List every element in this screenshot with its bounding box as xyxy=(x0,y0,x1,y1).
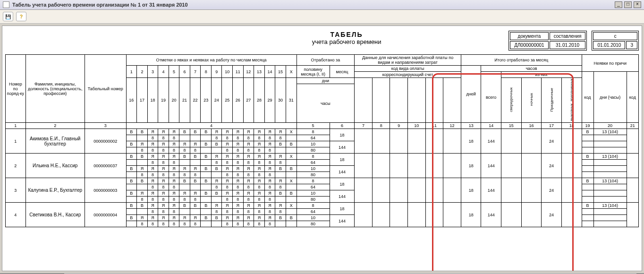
timesheet-table: Номер по поряд-куФамилия, инициалы, долж… xyxy=(5,54,639,227)
help-button[interactable]: ? xyxy=(16,12,26,21)
table-row: 1Акимова Е.И., Главный бухгалтер00000000… xyxy=(6,129,639,135)
document-title: ТАБЕЛЬ учета рабочего времени xyxy=(185,31,508,45)
close-button[interactable]: × xyxy=(634,1,641,8)
save-button[interactable]: 💾 xyxy=(3,12,13,21)
toolbar: 💾 ? xyxy=(0,10,644,24)
header-info: документа составления ДЛ000000001 31.01.… xyxy=(508,31,639,51)
table-row: 2Ильина Н.Е., Кассир0000000037ВВЯЯЯВВВЯЯ… xyxy=(6,154,639,160)
maximize-button[interactable]: □ xyxy=(624,1,632,8)
window-title: Табель учета рабочего времени организаци… xyxy=(12,2,615,8)
window-titlebar: Табель учета рабочего времени организаци… xyxy=(0,0,644,10)
minimize-button[interactable]: _ xyxy=(615,1,622,8)
floppy-icon: 💾 xyxy=(5,14,11,19)
table-row: 4Светикова В.Н., Кассир0000000004ВВЯЯЯВВ… xyxy=(6,203,639,209)
table-row: 3Калугина Е.Р., Бухгалтер0000000003ВВЯЯЯ… xyxy=(6,178,639,184)
document-page[interactable]: ТАБЕЛЬ учета рабочего времени документа … xyxy=(2,26,642,271)
question-icon: ? xyxy=(20,14,23,19)
window-icon xyxy=(3,1,9,8)
